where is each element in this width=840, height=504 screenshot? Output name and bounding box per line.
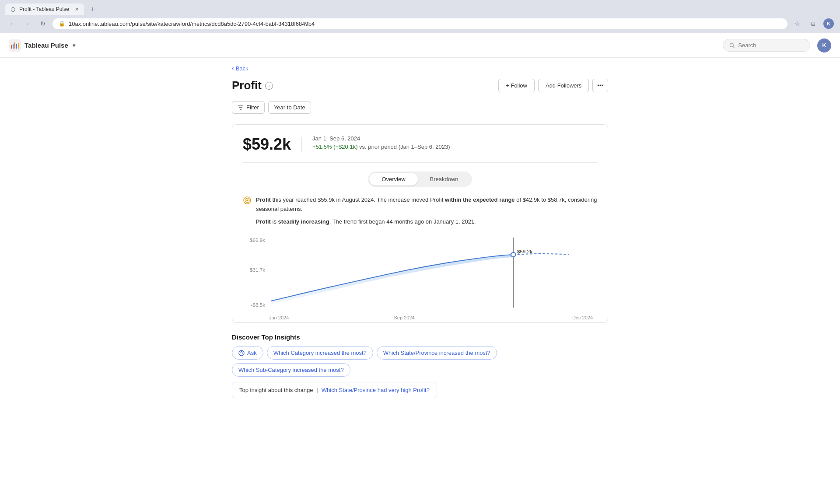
category-chip[interactable]: Which Category increased the most?: [267, 346, 373, 360]
metric-actions: + Follow Add Followers •••: [498, 79, 608, 92]
insight-profit-bold: Profit: [256, 218, 271, 225]
main-scroll-area[interactable]: ‹ Back Profit i + Follow Add Followers •…: [0, 58, 840, 504]
url-text: 10ax.online.tableau.com/pulse/site/katec…: [69, 21, 781, 27]
tabs: Overview Breakdown: [368, 172, 472, 187]
svg-rect-5: [18, 43, 19, 49]
svg-rect-3: [14, 42, 15, 49]
forward-button[interactable]: ›: [21, 18, 33, 30]
browser-nav-bar: ‹ › ↻ 🔒 10ax.online.tableau.com/pulse/si…: [0, 15, 840, 33]
insight-card-link[interactable]: Which State/Province had very high Profi…: [322, 387, 430, 393]
ask-icon: [238, 350, 245, 356]
insight-metric-bold: Profit: [256, 196, 271, 203]
tabs-container: Overview Breakdown: [243, 172, 597, 187]
svg-line-7: [733, 46, 734, 48]
back-link[interactable]: ‹ Back: [232, 58, 248, 79]
browser-chrome: ⬡ Profit - Tableau Pulse ✕ + ‹ › ↻ 🔒 10a…: [0, 0, 840, 33]
insight-target-icon: [243, 196, 252, 205]
chart-x-label-sep: Sep 2024: [394, 315, 415, 320]
metric-card: $59.2k Jan 1–Sep 6, 2024 +51.5% (+$20.1k…: [232, 124, 608, 323]
discover-title: Discover Top Insights: [232, 333, 608, 341]
tab-title: Profit - Tableau Pulse: [19, 6, 69, 12]
top-nav: Tableau Pulse ▾ K: [0, 33, 840, 58]
metric-change-positive: +51.5% (+$20.1k): [312, 144, 357, 150]
reload-button[interactable]: ↻: [37, 18, 49, 30]
tab-close-button[interactable]: ✕: [75, 7, 79, 12]
back-button[interactable]: ‹: [5, 18, 18, 30]
back-label: Back: [236, 65, 248, 72]
follow-button[interactable]: + Follow: [498, 79, 535, 92]
browser-tab[interactable]: ⬡ Profit - Tableau Pulse ✕: [5, 4, 84, 15]
logo-dropdown-icon[interactable]: ▾: [73, 42, 75, 49]
ask-chip-label: Ask: [247, 350, 257, 356]
new-tab-button[interactable]: +: [88, 4, 98, 14]
metric-value: $59.2k: [243, 135, 291, 154]
svg-text:$31.7k: $31.7k: [250, 268, 266, 273]
svg-text:-$3.5k: -$3.5k: [251, 303, 266, 308]
profile-button[interactable]: K: [822, 18, 835, 30]
svg-rect-1: [11, 45, 12, 49]
search-box[interactable]: [723, 39, 810, 52]
chart-x-labels: Jan 2024 Sep 2024 Dec 2024: [243, 313, 597, 320]
star-button[interactable]: ☆: [791, 18, 803, 30]
chart-svg: $66.9k $31.7k -$3.5k: [243, 233, 597, 312]
insight-section: Profit this year reached $55.9k in Augus…: [243, 196, 597, 226]
svg-point-20: [242, 352, 243, 353]
metric-divider: [301, 137, 302, 152]
search-icon: [729, 42, 735, 49]
svg-rect-2: [13, 44, 14, 49]
info-icon[interactable]: i: [265, 82, 273, 90]
svg-point-6: [730, 43, 733, 47]
subcategory-chip[interactable]: Which Sub-Category increased the most?: [232, 363, 350, 377]
insight-card-divider: |: [316, 387, 318, 393]
svg-point-19: [241, 351, 242, 352]
svg-rect-4: [16, 44, 17, 49]
date-filter-chip[interactable]: Year to Date: [268, 101, 311, 114]
insight-range-bold: within the expected range: [445, 196, 515, 203]
insight-trend-text: Profit is steadily increasing. The trend…: [256, 217, 597, 227]
app-logo-text: Tableau Pulse: [24, 42, 68, 49]
svg-point-18: [240, 352, 241, 353]
filter-icon: [238, 105, 244, 111]
lock-icon: 🔒: [59, 21, 65, 27]
svg-text:$66.9k: $66.9k: [250, 238, 266, 243]
tab-overview[interactable]: Overview: [369, 173, 417, 186]
insight-main-row: Profit this year reached $55.9k in Augus…: [243, 196, 597, 214]
category-chip-label: Which Category increased the most?: [273, 350, 367, 356]
metric-period: Jan 1–Sep 6, 2024 +51.5% (+$20.1k) vs. p…: [312, 135, 450, 150]
svg-point-21: [242, 353, 243, 354]
filter-label: Filter: [246, 104, 259, 111]
tab-breakdown[interactable]: Breakdown: [418, 173, 471, 186]
chart-current-dot: [511, 252, 516, 257]
state-province-chip[interactable]: Which State/Province increased the most?: [377, 346, 497, 360]
nav-search-area: K: [723, 38, 831, 52]
filter-button[interactable]: Filter: [232, 101, 265, 114]
app-logo[interactable]: Tableau Pulse ▾: [9, 39, 75, 52]
insight-card-pre: Top insight about this change: [239, 387, 313, 393]
discover-section: Discover Top Insights Ask: [232, 333, 608, 398]
more-options-button[interactable]: •••: [592, 79, 608, 92]
search-input[interactable]: [738, 42, 804, 49]
chart-confidence-band: [271, 255, 513, 304]
metric-change-neutral: vs. prior period (Jan 1–Sep 6, 2023): [359, 144, 450, 150]
insight-increasing-bold: steadily increasing: [278, 218, 329, 225]
filter-bar: Filter Year to Date: [232, 101, 608, 114]
browser-title-bar: ⬡ Profit - Tableau Pulse ✕ +: [0, 0, 840, 15]
address-bar[interactable]: 🔒 10ax.online.tableau.com/pulse/site/kat…: [52, 18, 788, 29]
metric-title: Profit: [232, 79, 262, 92]
insight-chips: Ask Which Category increased the most? W…: [232, 346, 608, 377]
browser-profile-avatar: K: [823, 18, 834, 29]
favicon: ⬡: [10, 6, 17, 12]
metric-change: +51.5% (+$20.1k) vs. prior period (Jan 1…: [312, 144, 450, 150]
user-avatar[interactable]: K: [817, 38, 831, 52]
insight-card[interactable]: Top insight about this change | Which St…: [232, 382, 437, 398]
back-arrow-icon: ‹: [232, 65, 234, 72]
extensions-button[interactable]: ⧉: [807, 18, 819, 30]
tableau-pulse-logo-icon: [9, 39, 21, 52]
chart-current-value-label: $59.2k: [517, 249, 533, 255]
add-followers-button[interactable]: Add Followers: [538, 79, 589, 92]
metric-value-row: $59.2k Jan 1–Sep 6, 2024 +51.5% (+$20.1k…: [243, 135, 597, 154]
insight-main-text: Profit this year reached $55.9k in Augus…: [256, 196, 597, 214]
svg-point-13: [246, 200, 248, 201]
ask-chip[interactable]: Ask: [232, 346, 263, 360]
state-province-chip-label: Which State/Province increased the most?: [383, 350, 490, 356]
